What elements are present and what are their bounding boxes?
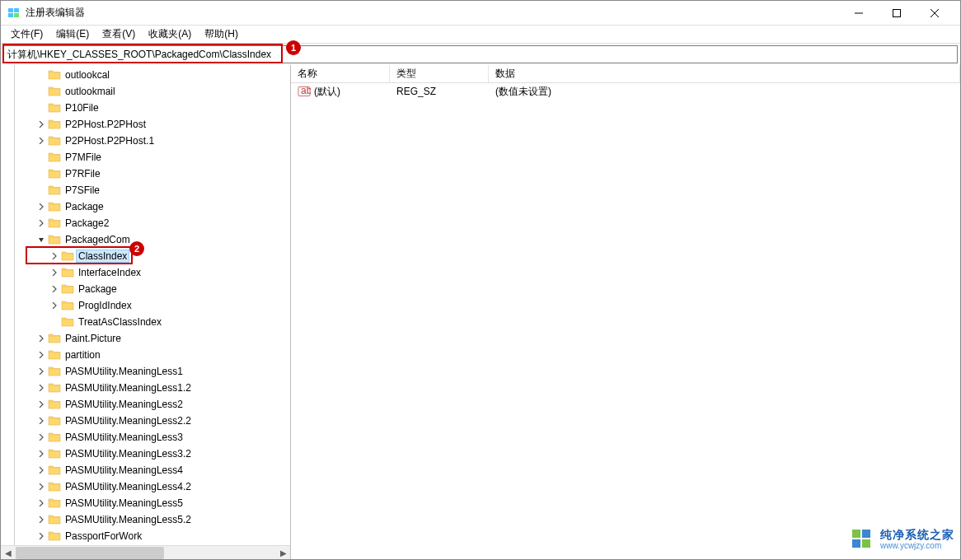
tree-item-pasmutility-meaningless1-2[interactable]: PASMUtility.MeaningLess1.2 (2, 380, 290, 396)
svg-rect-1 (14, 8, 19, 12)
tree-label: P7RFile (63, 168, 102, 180)
tree-item-pasmutility-meaningless3-2[interactable]: PASMUtility.MeaningLess3.2 (2, 446, 290, 462)
folder-icon (61, 282, 74, 296)
tree-label: Package2 (63, 217, 110, 229)
tree-item-pasmutility-meaningless5[interactable]: PASMUtility.MeaningLess5 (2, 495, 290, 511)
menu-file[interactable]: 文件(F) (4, 26, 49, 43)
address-bar[interactable]: 计算机\HKEY_CLASSES_ROOT\PackagedCom\ClassI… (3, 45, 958, 63)
list-body[interactable]: ab(默认)REG_SZ(数值未设置) (291, 83, 960, 559)
column-header-name[interactable]: 名称 (291, 65, 390, 82)
tree-label: Paint.Picture (63, 333, 123, 344)
tree-item-p10file[interactable]: P10File (2, 100, 290, 116)
tree-item-classindex[interactable]: ClassIndex (2, 248, 290, 264)
expand-icon[interactable] (35, 530, 47, 542)
folder-icon (61, 315, 74, 329)
folder-icon (48, 348, 61, 362)
cell-type: REG_SZ (390, 86, 489, 97)
menu-view[interactable]: 查看(V) (96, 26, 142, 43)
cell-name: ab(默认) (291, 85, 390, 99)
folder-icon (48, 414, 61, 427)
expand-icon[interactable] (35, 201, 47, 212)
menu-help[interactable]: 帮助(H) (198, 26, 245, 43)
tree-item-treatasclassindex[interactable]: TreatAsClassIndex (2, 314, 290, 330)
expand-icon[interactable] (35, 415, 47, 427)
tree-item-pasmutility-meaningless5-2[interactable]: PASMUtility.MeaningLess5.2 (2, 511, 290, 528)
maximize-button[interactable] (878, 1, 916, 26)
tree-item-p7mfile[interactable]: P7MFile (2, 149, 290, 166)
tree-label: PASMUtility.MeaningLess5 (63, 497, 185, 509)
expand-icon[interactable] (35, 119, 47, 130)
tree-label: PASMUtility.MeaningLess4 (63, 464, 185, 476)
menubar: 文件(F) 编辑(E) 查看(V) 收藏夹(A) 帮助(H) (1, 26, 960, 44)
window-title: 注册表编辑器 (26, 6, 840, 20)
column-header-type[interactable]: 类型 (390, 65, 489, 82)
tree-item-p2phost-p2phost[interactable]: P2PHost.P2PHost (2, 116, 290, 133)
expand-icon[interactable] (49, 250, 60, 262)
expand-icon[interactable] (35, 135, 47, 147)
expand-icon[interactable] (35, 448, 47, 460)
collapse-icon[interactable] (35, 234, 47, 245)
expand-icon[interactable] (49, 300, 60, 311)
expand-icon[interactable] (35, 382, 47, 394)
folder-icon (48, 398, 61, 411)
expand-icon[interactable] (49, 283, 60, 295)
tree-label: Package (63, 201, 105, 212)
tree-horizontal-scrollbar[interactable]: ◀ ▶ (1, 545, 290, 559)
folder-icon (48, 101, 61, 114)
address-path: 计算机\HKEY_CLASSES_ROOT\PackagedCom\ClassI… (7, 48, 271, 62)
tree-item-pasmutility-meaningless1[interactable]: PASMUtility.MeaningLess1 (2, 363, 290, 380)
expand-icon[interactable] (35, 399, 47, 410)
value-row[interactable]: ab(默认)REG_SZ(数值未设置) (291, 83, 960, 100)
tree-item-package[interactable]: Package (2, 198, 290, 215)
tree-item-p7rfile[interactable]: P7RFile (2, 166, 290, 182)
tree-item-package2[interactable]: Package2 (2, 215, 290, 231)
expand-icon[interactable] (35, 349, 47, 361)
tree-item-pasmutility-meaningless4-2[interactable]: PASMUtility.MeaningLess4.2 (2, 478, 290, 495)
folder-icon (48, 85, 61, 98)
tree-item-packagedcom[interactable]: PackagedCom (2, 231, 290, 248)
menu-favorites[interactable]: 收藏夹(A) (142, 26, 198, 43)
tree-item-p2phost-p2phost-1[interactable]: P2PHost.P2PHost.1 (2, 133, 290, 149)
registry-tree[interactable]: outlookcaloutlookmailP10FileP2PHost.P2PH… (1, 65, 290, 545)
tree-label: PackagedCom (63, 234, 132, 245)
expand-icon[interactable] (35, 514, 47, 525)
tree-label: PASMUtility.MeaningLess3.2 (63, 448, 193, 460)
tree-item-pasmutility-meaningless2-2[interactable]: PASMUtility.MeaningLess2.2 (2, 413, 290, 429)
tree-item-progidindex[interactable]: ProgIdIndex (2, 297, 290, 314)
expand-icon[interactable] (35, 333, 47, 344)
tree-item-paint-picture[interactable]: Paint.Picture (2, 330, 290, 347)
column-header-data[interactable]: 数据 (489, 65, 960, 82)
tree-item-pasmutility-meaningless3[interactable]: PASMUtility.MeaningLess3 (2, 429, 290, 446)
expand-icon[interactable] (35, 464, 47, 476)
svg-rect-0 (8, 8, 13, 12)
tree-item-package[interactable]: Package (2, 281, 290, 297)
folder-icon (48, 365, 61, 378)
folder-icon (48, 480, 61, 493)
minimize-button[interactable] (840, 1, 878, 26)
expand-icon[interactable] (35, 366, 47, 377)
expand-icon[interactable] (49, 267, 60, 278)
scroll-left-button[interactable]: ◀ (1, 546, 15, 560)
close-button[interactable] (916, 1, 954, 26)
tree-item-pasmutility-meaningless2[interactable]: PASMUtility.MeaningLess2 (2, 396, 290, 413)
tree-item-partition[interactable]: partition (2, 347, 290, 363)
cell-data: (数值未设置) (489, 85, 960, 99)
expand-icon[interactable] (35, 497, 47, 509)
address-row: 计算机\HKEY_CLASSES_ROOT\PackagedCom\ClassI… (1, 44, 960, 65)
tree-item-pasmutility-meaningless4[interactable]: PASMUtility.MeaningLess4 (2, 462, 290, 478)
folder-icon (48, 447, 61, 460)
scroll-right-button[interactable]: ▶ (276, 546, 290, 560)
tree-item-interfaceindex[interactable]: InterfaceIndex (2, 264, 290, 281)
folder-icon (48, 167, 61, 180)
menu-edit[interactable]: 编辑(E) (49, 26, 96, 43)
expand-icon[interactable] (35, 481, 47, 492)
tree-item-outlookmail[interactable]: outlookmail (2, 83, 290, 100)
expand-icon[interactable] (35, 217, 47, 229)
tree-item-outlookcal[interactable]: outlookcal (2, 67, 290, 83)
expand-icon[interactable] (35, 432, 47, 443)
scroll-thumb[interactable] (16, 547, 164, 559)
scroll-track[interactable] (15, 546, 276, 560)
tree-label: P7SFile (63, 184, 101, 196)
tree-item-p7sfile[interactable]: P7SFile (2, 182, 290, 198)
tree-item-passportforwork[interactable]: PassportForWork (2, 528, 290, 544)
